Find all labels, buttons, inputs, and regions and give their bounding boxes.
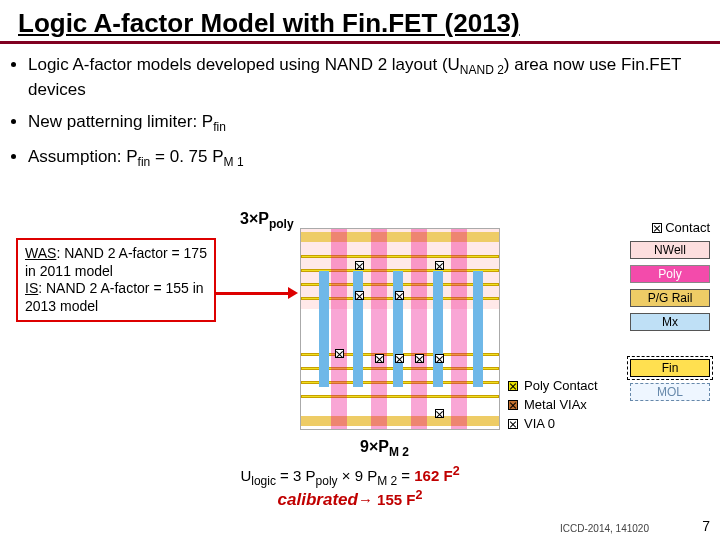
callout-is-text: : NAND 2 A-factor = 155 in 2013 model xyxy=(25,280,204,314)
legend-metal-viax: Metal VIAx xyxy=(508,397,598,412)
poly-contact-icon xyxy=(508,381,518,391)
formula-line1: Ulogic = 3 Ppoly × 9 PM 2 = 162 F2 xyxy=(200,464,500,488)
contact-marker xyxy=(395,354,404,363)
poly-stripe xyxy=(331,229,347,429)
legend-pgrail: P/G Rail xyxy=(630,289,710,307)
contact-marker xyxy=(435,354,444,363)
bullet-1: Logic A-factor models developed using NA… xyxy=(28,54,692,101)
contact-marker xyxy=(355,291,364,300)
callout-arrow-head-icon xyxy=(288,287,298,299)
label-3ppoly-sub: poly xyxy=(269,217,294,231)
callout-is-label: IS xyxy=(25,280,38,296)
legend-via0: VIA 0 xyxy=(508,416,598,431)
f1-sub3: M 2 xyxy=(377,474,397,488)
contact-marker xyxy=(335,349,344,358)
bullet-3-a: Assumption: P xyxy=(28,147,138,166)
callout-was-label: WAS xyxy=(25,245,56,261)
f2-red-val: 155 F xyxy=(377,491,415,508)
f2-red: 155 F2 xyxy=(377,491,422,508)
bullet-2: New patterning limiter: Pfin xyxy=(28,111,692,136)
label-3ppoly: 3×Ppoly xyxy=(240,210,294,231)
f1-b: = 3 P xyxy=(276,467,316,484)
mx-stripe xyxy=(319,271,329,387)
mx-stripe xyxy=(353,271,363,387)
footer-text: ICCD-2014, 141020 xyxy=(560,523,649,534)
bullet-2-a: New patterning limiter: P xyxy=(28,112,213,131)
contact-marker xyxy=(435,409,444,418)
bullet-1-sub: NAND 2 xyxy=(460,63,504,77)
label-3ppoly-main: 3×P xyxy=(240,210,269,227)
formula-block: Ulogic = 3 Ppoly × 9 PM 2 = 162 F2 calib… xyxy=(200,464,500,510)
contact-marker xyxy=(395,291,404,300)
f2-sup: 2 xyxy=(415,488,422,502)
legend-poly: Poly xyxy=(630,265,710,283)
legend-left: Poly Contact Metal VIAx VIA 0 xyxy=(508,378,598,435)
bullet-3-mid: = 0. 75 P xyxy=(150,147,223,166)
f1-d: = xyxy=(397,467,414,484)
f1-c: × 9 P xyxy=(338,467,378,484)
bullet-1-a: Logic A-factor models developed using NA… xyxy=(28,55,460,74)
callout-arrow-line xyxy=(216,292,290,295)
callout-box: WAS: NAND 2 A-factor = 175 in 2011 model… xyxy=(16,238,216,322)
poly-stripe xyxy=(451,229,467,429)
contact-icon xyxy=(652,223,662,233)
legend-poly-contact: Poly Contact xyxy=(508,378,598,393)
contact-marker xyxy=(415,354,424,363)
legend-contact: Contact xyxy=(548,220,710,235)
legend-contact-label: Contact xyxy=(665,220,710,235)
mx-stripe xyxy=(433,271,443,387)
f1-sup: 2 xyxy=(453,464,460,478)
metal-viax-icon xyxy=(508,400,518,410)
f2-arrow: → xyxy=(358,491,373,508)
page-number: 7 xyxy=(702,518,710,534)
label-9pm2-main: 9×P xyxy=(360,438,389,455)
f2-cal: calibrated xyxy=(278,490,358,509)
f1-a: U xyxy=(240,467,251,484)
mx-stripe xyxy=(473,271,483,387)
f1-red: 162 F2 xyxy=(414,467,459,484)
slide-title: Logic A-factor Model with Fin.FET (2013) xyxy=(0,0,720,44)
bullet-3-sub1: fin xyxy=(138,155,151,169)
legend-mol: MOL xyxy=(630,383,710,401)
legend-fin: Fin xyxy=(630,359,710,377)
label-9pm2-sub: M 2 xyxy=(389,445,409,459)
f1-red-val: 162 F xyxy=(414,467,452,484)
contact-marker xyxy=(355,261,364,270)
bullet-3-sub2: M 1 xyxy=(224,155,244,169)
poly-stripe xyxy=(411,229,427,429)
legend-nwell: NWell xyxy=(630,241,710,259)
label-9pm2: 9×PM 2 xyxy=(360,438,409,459)
formula-line2: calibrated→ 155 F2 xyxy=(200,488,500,510)
f1-sub2: poly xyxy=(316,474,338,488)
bullet-list: Logic A-factor models developed using NA… xyxy=(0,44,720,185)
bullet-3: Assumption: Pfin = 0. 75 PM 1 xyxy=(28,146,692,171)
via0-icon xyxy=(508,419,518,429)
legend-poly-contact-label: Poly Contact xyxy=(524,378,598,393)
legend-mx: Mx xyxy=(630,313,710,331)
mx-stripe xyxy=(393,271,403,387)
contact-marker xyxy=(375,354,384,363)
layout-diagram xyxy=(300,228,500,430)
contact-marker xyxy=(435,261,444,270)
poly-stripe xyxy=(371,229,387,429)
legend-metal-viax-label: Metal VIAx xyxy=(524,397,587,412)
bullet-2-sub: fin xyxy=(213,120,226,134)
legend-via0-label: VIA 0 xyxy=(524,416,555,431)
f1-sub1: logic xyxy=(251,474,276,488)
